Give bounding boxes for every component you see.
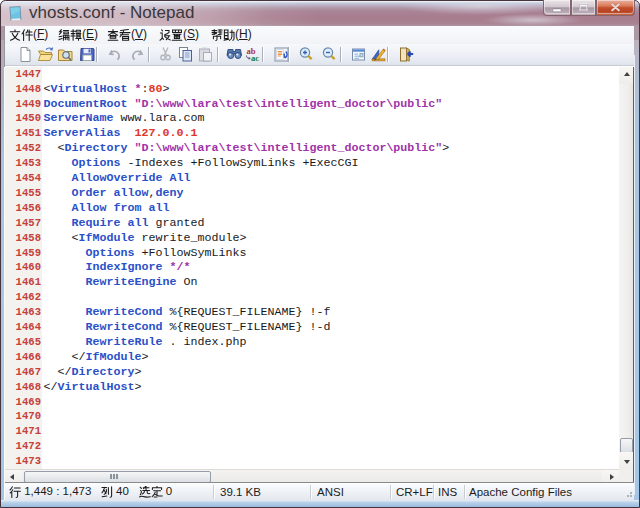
- svg-text:ac: ac: [251, 53, 259, 63]
